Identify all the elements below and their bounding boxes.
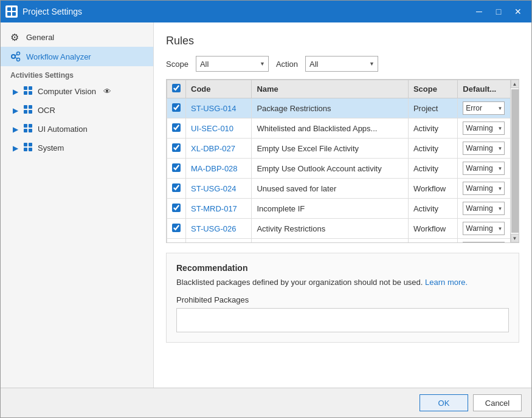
row-name: Whitelisted and Blacklisted Apps... <box>252 118 409 139</box>
recommendation-panel: Recommendation Blacklisted packages defi… <box>166 253 519 343</box>
learn-more-link[interactable]: Learn more. <box>425 278 468 287</box>
footer: OK Cancel <box>1 388 531 417</box>
select-all-checkbox[interactable] <box>172 84 181 92</box>
sidebar-item-general[interactable]: ⚙ General <box>1 27 153 47</box>
scroll-up-button[interactable]: ▲ <box>511 80 519 88</box>
row-name: Activity Restrictions <box>252 219 409 239</box>
table-row[interactable]: ST-USG-024 Unused saved for later Workfl… <box>167 179 519 199</box>
recommendation-text: Blacklisted packages defined by your org… <box>176 278 509 287</box>
row-default: Error Warning Info <box>458 199 519 219</box>
code-link[interactable]: ST-USG-026 <box>191 224 236 233</box>
sidebar: ⚙ General Workflow Analyzer Activities S… <box>1 22 154 388</box>
row-checkbox[interactable] <box>172 183 181 192</box>
prohibited-packages-input[interactable] <box>176 308 509 332</box>
default-select[interactable]: Error Warning Info <box>463 222 505 235</box>
title-bar-left: Project Settings <box>5 5 82 18</box>
scope-select[interactable]: All Project Activity Workflow <box>196 56 269 72</box>
sidebar-item-computer-vision[interactable]: ▶ Computer Vision 👁 <box>1 82 153 101</box>
rules-table: Code Name Scope Default... ST-USG-014 Pa… <box>167 80 519 243</box>
svg-rect-21 <box>24 143 27 146</box>
code-link[interactable]: ST-MRD-017 <box>191 204 237 213</box>
svg-rect-11 <box>24 91 27 95</box>
default-select[interactable]: Error Warning Info <box>463 101 505 115</box>
row-checkbox[interactable] <box>172 224 181 232</box>
scroll-thumb[interactable] <box>511 89 519 233</box>
row-code: ST-USG-014 <box>186 98 252 118</box>
svg-line-8 <box>15 58 17 59</box>
table-row[interactable]: XL-DBP-027 Empty Use Excel File Activity… <box>167 139 519 159</box>
row-checkbox[interactable] <box>172 103 181 112</box>
table-row[interactable]: ST-SEC-008 SecureString Variable Usage W… <box>167 239 519 244</box>
row-checkbox[interactable] <box>172 143 181 152</box>
eye-icon: 👁 <box>103 87 111 96</box>
sidebar-item-workflow-analyzer[interactable]: Workflow Analyzer <box>1 47 153 66</box>
table-row[interactable]: UI-SEC-010 Whitelisted and Blacklisted A… <box>167 118 519 139</box>
row-default: Error Warning Info <box>458 239 519 244</box>
table-scrollbar[interactable]: ▲ ▼ <box>510 80 519 242</box>
window-title: Project Settings <box>22 7 82 16</box>
row-name: Empty Use Excel File Activity <box>252 139 409 159</box>
table-row[interactable]: MA-DBP-028 Empty Use Outlook Account act… <box>167 159 519 179</box>
page-title: Rules <box>166 35 519 47</box>
row-checkbox-cell <box>167 219 186 239</box>
code-link[interactable]: XL-DBP-027 <box>191 144 235 153</box>
row-checkbox[interactable] <box>172 123 181 132</box>
action-select[interactable]: All Error Warning Info <box>305 56 378 72</box>
row-default: Error Warning Info <box>458 98 519 118</box>
scroll-down-button[interactable]: ▼ <box>511 234 519 242</box>
default-select-wrapper: Error Warning Info <box>463 182 505 195</box>
default-select[interactable]: Error Warning Info <box>463 162 505 175</box>
row-scope: Project <box>408 98 457 118</box>
svg-rect-10 <box>29 86 32 90</box>
default-select[interactable]: Error Warning Info <box>463 142 505 155</box>
sidebar-item-cv-label: Computer Vision <box>38 87 96 96</box>
table-row[interactable]: ST-USG-014 Package Restrictions Project … <box>167 98 519 118</box>
row-checkbox[interactable] <box>172 163 181 172</box>
title-bar: Project Settings ─ □ ✕ <box>1 1 531 22</box>
prohibited-packages-label: Prohibited Packages <box>176 295 509 304</box>
svg-rect-17 <box>24 124 27 128</box>
code-link[interactable]: ST-USG-014 <box>191 104 236 113</box>
default-select[interactable]: Error Warning Info <box>463 202 505 215</box>
sidebar-item-system[interactable]: ▶ System <box>1 139 153 157</box>
svg-rect-15 <box>24 110 27 114</box>
filters-bar: Scope All Project Activity Workflow Acti… <box>166 56 519 72</box>
row-checkbox[interactable] <box>172 204 181 212</box>
svg-point-4 <box>12 55 15 58</box>
default-select[interactable]: Error Warning Info <box>463 242 505 243</box>
code-link[interactable]: UI-SEC-010 <box>191 124 233 133</box>
main-content: Rules Scope All Project Activity Workflo… <box>154 22 531 388</box>
ocr-icon <box>23 104 33 116</box>
row-scope: Workflow <box>408 219 457 239</box>
col-code: Code <box>186 80 252 98</box>
table-row[interactable]: ST-USG-026 Activity Restrictions Workflo… <box>167 219 519 239</box>
sidebar-item-ui-automation[interactable]: ▶ UI Automation <box>1 120 153 139</box>
code-link[interactable]: ST-USG-024 <box>191 184 236 193</box>
row-code: UI-SEC-010 <box>186 118 252 139</box>
row-checkbox-cell <box>167 98 186 118</box>
default-select[interactable]: Error Warning Info <box>463 182 505 195</box>
row-code: ST-SEC-008 <box>186 239 252 244</box>
gear-icon: ⚙ <box>10 32 21 43</box>
table-row[interactable]: ST-MRD-017 Incomplete IF Activity Error … <box>167 199 519 219</box>
ok-button[interactable]: OK <box>420 394 468 411</box>
svg-rect-9 <box>24 86 27 90</box>
minimize-button[interactable]: ─ <box>471 4 488 19</box>
sidebar-item-general-label: General <box>26 33 54 42</box>
row-default: Error Warning Info <box>458 118 519 139</box>
maximize-button[interactable]: □ <box>490 4 507 19</box>
cancel-button[interactable]: Cancel <box>473 394 522 411</box>
close-button[interactable]: ✕ <box>510 4 527 19</box>
nav-arrow-icon: ▶ <box>13 125 18 134</box>
svg-rect-18 <box>29 124 32 128</box>
col-scope: Scope <box>408 80 457 98</box>
table-header-row: Code Name Scope Default... <box>167 80 519 98</box>
row-default: Error Warning Info <box>458 219 519 239</box>
default-select[interactable]: Error Warning Info <box>463 122 505 135</box>
sidebar-item-ocr[interactable]: ▶ OCR <box>1 101 153 120</box>
row-code: MA-DBP-028 <box>186 159 252 179</box>
code-link[interactable]: MA-DBP-028 <box>191 164 238 173</box>
row-checkbox-cell <box>167 139 186 159</box>
row-name: SecureString Variable Usage <box>252 239 409 244</box>
row-default: Error Warning Info <box>458 159 519 179</box>
